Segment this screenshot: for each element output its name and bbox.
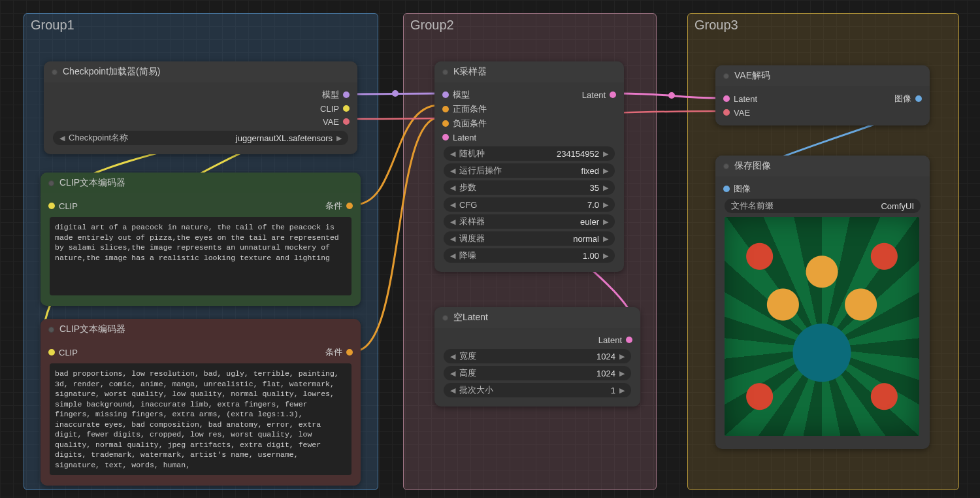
height-widget[interactable]: ◀高度 1024▶ xyxy=(444,366,631,380)
group-2-title[interactable]: Group2 xyxy=(404,14,656,37)
chevron-left-icon[interactable]: ◀ xyxy=(59,134,65,142)
chevron-left-icon[interactable]: ◀ xyxy=(450,184,455,192)
batch-widget[interactable]: ◀批次大小 1▶ xyxy=(444,383,631,397)
input-image-port[interactable] xyxy=(723,186,730,192)
chevron-left-icon[interactable]: ◀ xyxy=(450,218,455,226)
node-title: CLIP文本编码器 xyxy=(59,177,125,189)
collapse-icon[interactable] xyxy=(442,315,448,321)
chevron-left-icon[interactable]: ◀ xyxy=(450,386,455,395)
chevron-right-icon[interactable]: ▶ xyxy=(603,235,608,243)
chevron-right-icon[interactable]: ▶ xyxy=(603,252,608,260)
node-ksampler[interactable]: K采样器 模型 Latent 正面条件 负面条件 Latent ◀随机种 234… xyxy=(434,61,624,272)
input-model-port[interactable] xyxy=(442,91,449,98)
chevron-right-icon[interactable]: ▶ xyxy=(603,201,608,209)
input-vae-port[interactable] xyxy=(723,109,730,116)
collapse-icon[interactable] xyxy=(48,327,54,333)
chevron-left-icon[interactable]: ◀ xyxy=(450,352,455,361)
prompt-textarea[interactable]: bad proportions, low resolution, bad, ug… xyxy=(50,363,351,475)
prompt-textarea[interactable]: digital art of a peacock in nature, the … xyxy=(50,217,351,295)
seed-widget[interactable]: ◀随机种 234154952▶ xyxy=(444,146,615,161)
svg-point-1 xyxy=(668,92,675,99)
node-title: 空Latent xyxy=(453,312,488,324)
node-title: CLIP文本编码器 xyxy=(59,324,125,335)
node-title: Checkpoint加载器(简易) xyxy=(63,66,160,78)
scheduler-widget[interactable]: ◀调度器 normal▶ xyxy=(444,231,615,246)
collapse-icon[interactable] xyxy=(442,69,448,75)
input-negative-port[interactable] xyxy=(442,120,449,127)
group-3-title[interactable]: Group3 xyxy=(688,14,958,37)
input-clip-label: CLIP xyxy=(59,348,78,357)
output-latent-port[interactable] xyxy=(610,91,616,98)
node-save-image[interactable]: 保存图像 图像 文件名前缀 ComfyUI xyxy=(715,156,930,449)
node-checkpoint-loader[interactable]: Checkpoint加载器(简易) 模型 CLIP VAE ◀ xyxy=(44,61,357,154)
filename-prefix-widget[interactable]: 文件名前缀 ComfyUI xyxy=(725,199,921,213)
chevron-left-icon[interactable]: ◀ xyxy=(450,150,455,158)
chevron-right-icon[interactable]: ▶ xyxy=(619,386,625,395)
output-clip-port[interactable] xyxy=(343,105,350,112)
output-clip-label: CLIP xyxy=(320,104,339,114)
chevron-left-icon[interactable]: ◀ xyxy=(450,235,455,243)
output-image-port[interactable] xyxy=(915,95,922,102)
chevron-right-icon[interactable]: ▶ xyxy=(603,167,608,175)
output-latent-port[interactable] xyxy=(626,337,632,343)
output-model-port[interactable] xyxy=(343,91,350,98)
chevron-right-icon[interactable]: ▶ xyxy=(603,218,608,226)
node-title: VAE解码 xyxy=(734,70,770,82)
chevron-left-icon[interactable]: ◀ xyxy=(450,167,455,175)
input-positive-port[interactable] xyxy=(442,106,449,112)
chevron-left-icon[interactable]: ◀ xyxy=(450,201,455,209)
chevron-left-icon[interactable]: ◀ xyxy=(450,369,455,378)
output-cond-label: 条件 xyxy=(325,346,342,358)
output-cond-port[interactable] xyxy=(346,203,353,209)
input-clip-port[interactable] xyxy=(48,203,55,209)
node-empty-latent[interactable]: 空Latent Latent ◀宽度 1024▶ ◀高度 1024▶ ◀批次大小… xyxy=(434,307,640,407)
input-clip-label: CLIP xyxy=(59,201,78,211)
output-model-label: 模型 xyxy=(322,89,339,101)
checkpoint-name-widget[interactable]: ◀ Checkpoint名称 juggernautXL.safetensors … xyxy=(53,131,348,145)
node-vae-decode[interactable]: VAE解码 Latent 图像 VAE xyxy=(715,65,930,125)
group-1-title[interactable]: Group1 xyxy=(24,14,378,37)
chevron-right-icon[interactable]: ▶ xyxy=(619,352,625,361)
chevron-left-icon[interactable]: ◀ xyxy=(450,252,455,260)
node-title: 保存图像 xyxy=(734,160,771,172)
input-latent-port[interactable] xyxy=(723,95,730,102)
node-clip-positive[interactable]: CLIP文本编码器 CLIP 条件 digital art of a peaco… xyxy=(41,173,361,306)
collapse-icon[interactable] xyxy=(52,69,57,75)
collapse-icon[interactable] xyxy=(723,73,729,79)
input-latent-port[interactable] xyxy=(442,134,449,141)
sampler-widget[interactable]: ◀采样器 euler▶ xyxy=(444,214,615,229)
input-clip-port[interactable] xyxy=(48,349,55,356)
node-title: K采样器 xyxy=(453,66,487,78)
svg-point-0 xyxy=(392,90,399,97)
chevron-right-icon[interactable]: ▶ xyxy=(603,184,608,192)
collapse-icon[interactable] xyxy=(723,163,729,169)
output-preview-image xyxy=(725,217,919,436)
chevron-right-icon[interactable]: ▶ xyxy=(619,369,625,378)
control-after-widget[interactable]: ◀运行后操作 fixed▶ xyxy=(444,163,615,178)
node-clip-negative[interactable]: CLIP文本编码器 CLIP 条件 bad proportions, low r… xyxy=(41,319,361,486)
output-vae-label: VAE xyxy=(323,117,339,127)
steps-widget[interactable]: ◀步数 35▶ xyxy=(444,180,615,195)
cfg-widget[interactable]: ◀CFG 7.0▶ xyxy=(444,197,615,212)
chevron-right-icon[interactable]: ▶ xyxy=(336,134,342,142)
output-cond-label: 条件 xyxy=(325,200,342,212)
width-widget[interactable]: ◀宽度 1024▶ xyxy=(444,349,631,363)
chevron-right-icon[interactable]: ▶ xyxy=(603,150,608,158)
collapse-icon[interactable] xyxy=(48,180,54,186)
denoise-widget[interactable]: ◀降噪 1.00▶ xyxy=(444,248,615,263)
output-vae-port[interactable] xyxy=(343,118,350,125)
output-cond-port[interactable] xyxy=(346,349,353,356)
